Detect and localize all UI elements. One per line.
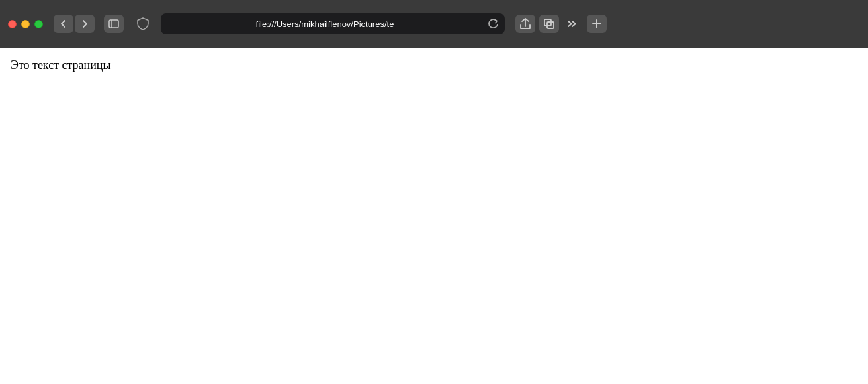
- maximize-button[interactable]: [34, 20, 43, 28]
- shield-icon: [137, 17, 149, 30]
- back-button[interactable]: [54, 15, 73, 33]
- nav-buttons: [54, 15, 95, 33]
- page-body-text: Это текст страницы: [11, 58, 857, 72]
- title-bar: [0, 0, 868, 48]
- tab-manager-icon: [544, 19, 554, 29]
- sidebar-icon: [108, 19, 119, 29]
- reload-button[interactable]: [486, 17, 499, 30]
- tab-manager-button[interactable]: [539, 15, 559, 33]
- share-button[interactable]: [515, 15, 535, 33]
- reload-icon: [488, 19, 498, 28]
- shield-button[interactable]: [133, 15, 153, 33]
- forward-button[interactable]: [75, 15, 95, 33]
- forward-icon: [79, 19, 90, 29]
- page-content: Это текст страницы: [0, 48, 868, 384]
- more-icon: [568, 19, 578, 28]
- sidebar-toggle-button[interactable]: [104, 15, 124, 33]
- svg-rect-0: [109, 20, 118, 28]
- close-button[interactable]: [8, 20, 17, 28]
- share-icon: [520, 18, 531, 30]
- traffic-lights: [8, 20, 43, 28]
- minimize-button[interactable]: [21, 20, 30, 28]
- address-bar-container: [161, 13, 505, 34]
- back-icon: [58, 19, 69, 29]
- add-tab-button[interactable]: [587, 15, 607, 33]
- right-toolbar: [515, 15, 607, 33]
- address-bar[interactable]: [161, 13, 505, 34]
- add-tab-icon: [591, 19, 602, 29]
- more-button[interactable]: [563, 15, 583, 33]
- browser-chrome: [0, 0, 868, 48]
